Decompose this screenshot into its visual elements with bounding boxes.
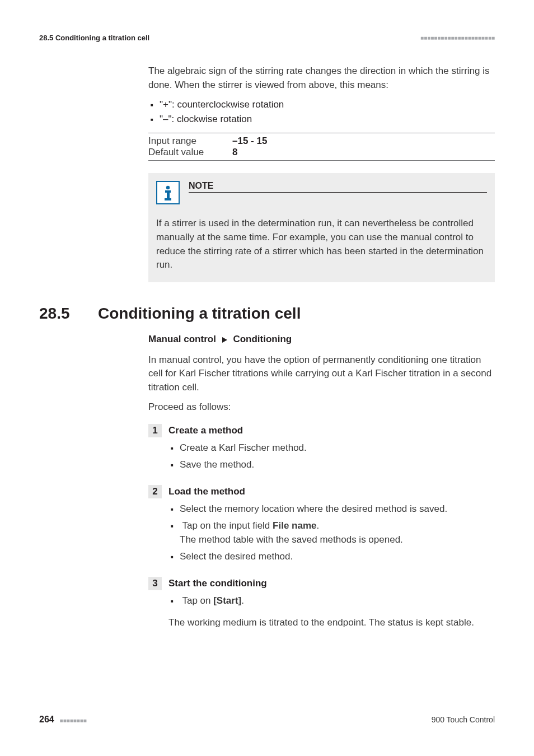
svg-point-0 bbox=[166, 186, 170, 189]
proceed-label: Proceed as follows: bbox=[148, 400, 495, 414]
param-label: Default value bbox=[148, 147, 232, 158]
parameter-table: Input range –15 - 15 Default value 8 bbox=[148, 133, 495, 161]
step-title: Load the method bbox=[168, 486, 245, 497]
step-body: Tap on [Start]. The working medium is ti… bbox=[168, 594, 495, 629]
content-column: The algebraic sign of the stirring rate … bbox=[148, 64, 495, 282]
li-post: . bbox=[316, 520, 319, 531]
note-title: NOTE bbox=[189, 181, 487, 191]
step-result: The working medium is titrated to the en… bbox=[168, 616, 495, 630]
step-title: Create a method bbox=[168, 425, 243, 436]
step: 2 Load the method Select the memory loca… bbox=[148, 485, 495, 563]
li-bold: [Start] bbox=[213, 595, 241, 606]
overview-paragraph: In manual control, you have the option o… bbox=[148, 353, 495, 395]
direction-list: "+": counterclockwise rotation "–": cloc… bbox=[148, 97, 495, 126]
note-title-block: NOTE bbox=[189, 181, 487, 193]
li-pre: Tap on bbox=[182, 595, 213, 606]
step-head: 3 Start the conditioning bbox=[148, 577, 495, 590]
steps: 1 Create a method Create a Karl Fischer … bbox=[148, 424, 495, 629]
list-item: Select the memory location where the des… bbox=[180, 502, 495, 516]
param-value: –15 - 15 bbox=[232, 136, 267, 147]
step: 1 Create a method Create a Karl Fischer … bbox=[148, 424, 495, 472]
param-row: Input range –15 - 15 bbox=[148, 136, 495, 147]
param-value: 8 bbox=[232, 147, 237, 158]
info-icon bbox=[156, 181, 180, 204]
note-body: If a stirrer is used in the determinatio… bbox=[156, 217, 487, 272]
step-title: Start the conditioning bbox=[168, 578, 267, 589]
list-item: "+": counterclockwise rotation bbox=[160, 97, 495, 112]
note-head: NOTE bbox=[156, 181, 487, 204]
li-post: . bbox=[241, 595, 244, 606]
step-head: 2 Load the method bbox=[148, 485, 495, 498]
page-number: 264 bbox=[39, 715, 54, 724]
list-item: Tap on the input field File name. The me… bbox=[180, 519, 495, 547]
breadcrumb: Manual control Conditioning bbox=[148, 334, 495, 346]
section-number: 28.5 bbox=[39, 305, 98, 323]
list-item: Tap on [Start]. bbox=[180, 594, 495, 608]
li-pre: Tap on the input field bbox=[182, 520, 273, 531]
svg-rect-3 bbox=[165, 198, 171, 200]
param-row: Default value 8 bbox=[148, 147, 495, 158]
svg-rect-2 bbox=[167, 190, 170, 198]
breadcrumb-part: Conditioning bbox=[233, 334, 292, 344]
step-number: 1 bbox=[148, 424, 162, 437]
svg-marker-4 bbox=[222, 337, 227, 343]
header-squares: ■■■■■■■■■■■■■■■■■■■■■■ bbox=[420, 35, 495, 41]
footer-left: 264 ■■■■■■■■ bbox=[39, 715, 87, 725]
step-body: Select the memory location where the des… bbox=[168, 502, 495, 563]
step: 3 Start the conditioning Tap on [Start].… bbox=[148, 577, 495, 629]
list-item: "–": clockwise rotation bbox=[160, 112, 495, 127]
step-body: Create a Karl Fischer method. Save the m… bbox=[168, 441, 495, 472]
step-number: 2 bbox=[148, 485, 162, 498]
section-heading: 28.5 Conditioning a titration cell bbox=[39, 305, 495, 323]
chevron-right-icon bbox=[222, 334, 227, 346]
step-number: 3 bbox=[148, 577, 162, 590]
list-item: Save the method. bbox=[180, 458, 495, 472]
li-bold: File name bbox=[273, 520, 316, 531]
list-item: Create a Karl Fischer method. bbox=[180, 441, 495, 455]
section-title: Conditioning a titration cell bbox=[98, 305, 301, 323]
running-head-left: 28.5 Conditioning a titration cell bbox=[39, 34, 149, 42]
list-item: Select the desired method. bbox=[180, 549, 495, 564]
step-head: 1 Create a method bbox=[148, 424, 495, 437]
running-head: 28.5 Conditioning a titration cell ■■■■■… bbox=[39, 34, 495, 42]
intro-paragraph: The algebraic sign of the stirring rate … bbox=[148, 64, 495, 92]
li-sub: The method table with the saved methods … bbox=[180, 533, 495, 547]
footer-squares: ■■■■■■■■ bbox=[60, 717, 87, 724]
breadcrumb-part: Manual control bbox=[148, 334, 216, 344]
page: 28.5 Conditioning a titration cell ■■■■■… bbox=[0, 0, 534, 756]
param-label: Input range bbox=[148, 136, 232, 147]
note-rule bbox=[189, 192, 487, 193]
section-content: Manual control Conditioning In manual co… bbox=[148, 334, 495, 630]
note-box: NOTE If a stirrer is used in the determi… bbox=[148, 173, 495, 282]
page-footer: 264 ■■■■■■■■ 900 Touch Control bbox=[39, 715, 495, 725]
footer-device: 900 Touch Control bbox=[432, 715, 495, 724]
